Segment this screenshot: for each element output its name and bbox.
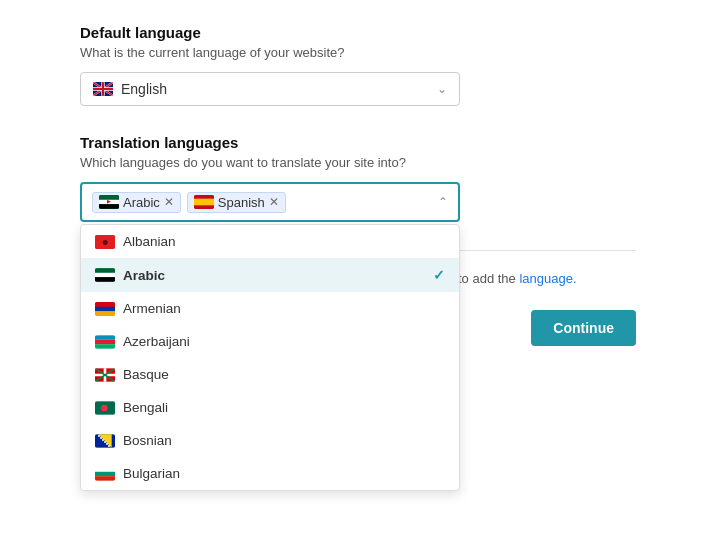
svg-point-26 — [101, 404, 108, 411]
svg-rect-16 — [95, 311, 115, 315]
arabic-flag-icon: ▶ — [99, 195, 119, 209]
svg-rect-18 — [95, 339, 115, 343]
continue-button[interactable]: Continue — [531, 310, 636, 346]
svg-point-34 — [108, 445, 110, 447]
check-icon: ✓ — [433, 267, 445, 283]
dropdown-item-armenian-label: Armenian — [123, 301, 181, 316]
dropdown-item-bengali-label: Bengali — [123, 400, 168, 415]
svg-point-29 — [98, 435, 100, 437]
tag-arabic: ▶ Arabic ✕ — [92, 192, 181, 213]
footer-link[interactable]: language. — [519, 271, 576, 286]
dropdown-item-bengali[interactable]: Bengali — [81, 391, 459, 424]
default-lang-left: English — [93, 81, 167, 97]
dropdown-item-armenian[interactable]: Armenian — [81, 292, 459, 325]
tag-spanish: Spanish ✕ — [187, 192, 286, 213]
svg-point-32 — [104, 441, 106, 443]
tag-arabic-remove[interactable]: ✕ — [164, 196, 174, 208]
dropdown-item-bulgarian-label: Bulgarian — [123, 466, 180, 481]
bulgarian-flag-icon — [95, 467, 115, 481]
default-language-value: English — [121, 81, 167, 97]
bengali-flag-icon — [95, 401, 115, 415]
dropdown-item-bosnian[interactable]: Bosnian — [81, 424, 459, 457]
svg-rect-11 — [95, 268, 115, 272]
armenian-flag-icon — [95, 302, 115, 316]
translation-languages-section: Translation languages Which languages do… — [80, 134, 636, 222]
default-language-title: Default language — [80, 24, 636, 41]
svg-rect-13 — [95, 277, 115, 281]
translation-languages-title: Translation languages — [80, 134, 636, 151]
language-search-input[interactable] — [292, 195, 432, 210]
svg-text:▶: ▶ — [107, 199, 111, 204]
svg-text:☸: ☸ — [102, 237, 108, 246]
svg-rect-17 — [95, 335, 115, 339]
default-language-select[interactable]: English ⌄ — [80, 72, 460, 106]
dropdown-item-albanian-label: Albanian — [123, 234, 176, 249]
svg-rect-14 — [95, 302, 115, 306]
svg-rect-15 — [95, 306, 115, 310]
dropdown-item-bosnian-label: Bosnian — [123, 433, 172, 448]
bosnian-flag-icon — [95, 434, 115, 448]
svg-rect-7 — [194, 199, 214, 206]
svg-rect-35 — [95, 467, 115, 471]
svg-rect-4 — [99, 204, 119, 208]
svg-point-33 — [106, 443, 108, 445]
arabic-dropdown-flag-icon — [95, 268, 115, 282]
svg-point-31 — [102, 439, 104, 441]
dropdown-item-albanian[interactable]: ☸ Albanian — [81, 225, 459, 258]
translation-input-box[interactable]: ▶ Arabic ✕ Spanish ✕ ⌃ — [80, 182, 460, 222]
basque-flag-icon — [95, 368, 115, 382]
dropdown-item-arabic[interactable]: Arabic ✓ — [81, 258, 459, 292]
spanish-flag-icon — [194, 195, 214, 209]
tag-spanish-label: Spanish — [218, 195, 265, 210]
dropdown-item-arabic-label: Arabic — [123, 268, 165, 283]
svg-rect-19 — [95, 344, 115, 348]
default-language-section: Default language What is the current lan… — [80, 24, 636, 106]
azerbaijani-flag-icon — [95, 335, 115, 349]
svg-rect-36 — [95, 471, 115, 475]
tag-arabic-label: Arabic — [123, 195, 160, 210]
default-language-subtitle: What is the current language of your web… — [80, 45, 636, 60]
translation-select-container: ▶ Arabic ✕ Spanish ✕ ⌃ — [80, 182, 460, 222]
dropdown-item-basque[interactable]: Basque — [81, 358, 459, 391]
dropdown-item-azerbaijani[interactable]: Azerbaijani — [81, 325, 459, 358]
svg-rect-37 — [95, 476, 115, 480]
svg-rect-12 — [95, 273, 115, 277]
svg-point-30 — [100, 437, 102, 439]
tag-spanish-remove[interactable]: ✕ — [269, 196, 279, 208]
uk-flag-icon — [93, 82, 113, 96]
translation-languages-subtitle: Which languages do you want to translate… — [80, 155, 636, 170]
albanian-flag-icon: ☸ — [95, 235, 115, 249]
chevron-up-icon: ⌃ — [438, 195, 448, 209]
dropdown-item-azerbaijani-label: Azerbaijani — [123, 334, 190, 349]
chevron-down-icon: ⌄ — [437, 82, 447, 96]
dropdown-item-bulgarian[interactable]: Bulgarian — [81, 457, 459, 490]
dropdown-item-basque-label: Basque — [123, 367, 169, 382]
language-dropdown: ☸ Albanian — [80, 224, 460, 491]
